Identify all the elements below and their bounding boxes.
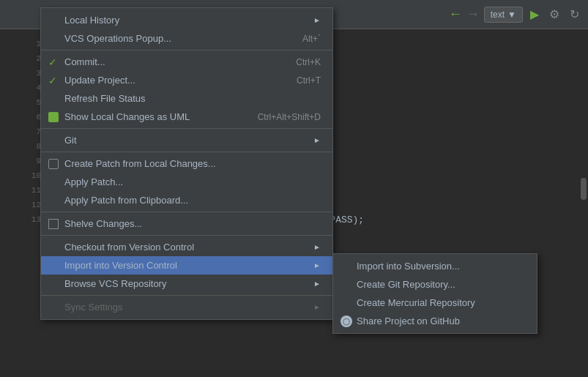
refresh-icon: ↻ [570, 8, 579, 20]
scroll-bar[interactable] [581, 178, 587, 200]
browse-arrow-icon: ► [313, 280, 321, 288]
submenu-item-create-git[interactable]: Create Git Repository... [333, 275, 537, 294]
checkout-arrow-icon: ► [313, 243, 321, 251]
menu-item-shelve[interactable]: Shelve Changes... [41, 214, 332, 233]
menu-item-commit[interactable]: ✓ Commit... Ctrl+K [41, 53, 332, 71]
separator-2 [41, 128, 332, 129]
menu-item-vcs-operations[interactable]: VCS Operations Popup... Alt+` [41, 29, 332, 48]
gear-icon: ⚙ [549, 8, 559, 20]
shelve-icon [48, 219, 59, 229]
settings-button[interactable]: ⚙ [546, 4, 562, 24]
forward-arrow-icon[interactable]: → [466, 7, 480, 22]
git-arrow-icon: ► [313, 136, 321, 144]
text-label: text [491, 10, 505, 20]
refresh-button[interactable]: ↻ [567, 4, 582, 24]
github-icon: ◯ [340, 316, 352, 327]
separator-1 [41, 50, 332, 51]
check-icon-2: ✓ [48, 75, 57, 86]
separator-5 [41, 235, 332, 236]
menu-item-apply-patch[interactable]: Apply Patch... [41, 173, 332, 191]
submenu-item-import-subversion[interactable]: Import into Subversion... [333, 257, 537, 275]
chevron-down-icon: ▼ [507, 10, 516, 20]
menu-item-show-uml[interactable]: Show Local Changes as UML Ctrl+Alt+Shift… [41, 108, 332, 126]
sync-arrow-icon: ► [313, 303, 321, 311]
separator-3 [41, 152, 332, 152]
arrow-icon: ► [313, 16, 321, 24]
back-arrow-icon[interactable]: ← [449, 7, 462, 22]
import-arrow-icon: ► [313, 261, 321, 269]
menu-item-sync-settings[interactable]: Sync Settings ► [41, 298, 332, 316]
check-icon: ✓ [48, 56, 57, 68]
menu-item-checkout-vcs[interactable]: Checkout from Version Control ► [41, 238, 332, 256]
separator-6 [41, 295, 332, 296]
run-button[interactable]: ▶ [527, 4, 542, 24]
patch-icon [48, 159, 59, 169]
menu-item-local-history[interactable]: Local History ► [41, 11, 332, 29]
menu-item-create-patch[interactable]: Create Patch from Local Changes... [41, 154, 332, 173]
separator-4 [41, 212, 332, 212]
submenu-item-create-mercurial[interactable]: Create Mercurial Repository [333, 294, 537, 312]
submenu-import: Import into Subversion... Create Git Rep… [332, 253, 537, 334]
menu-item-git[interactable]: Git ► [41, 131, 332, 149]
menu-item-import-vcs[interactable]: Import into Version Control ► Import int… [41, 256, 332, 275]
menu-item-refresh[interactable]: Refresh File Status [41, 89, 332, 108]
menu-item-apply-patch-clipboard[interactable]: Apply Patch from Clipboard... [41, 191, 332, 209]
menu-item-update-project[interactable]: ✓ Update Project... Ctrl+T [41, 71, 332, 89]
context-menu: Local History ► VCS Operations Popup... … [40, 7, 333, 320]
uml-icon [48, 112, 59, 122]
run-icon: ▶ [530, 8, 539, 20]
menu-item-browse-vcs[interactable]: Browse VCS Repository ► [41, 275, 332, 293]
submenu-item-share-github[interactable]: ◯ Share Project on GitHub [333, 312, 537, 330]
text-dropdown-button[interactable]: text ▼ [484, 7, 523, 23]
